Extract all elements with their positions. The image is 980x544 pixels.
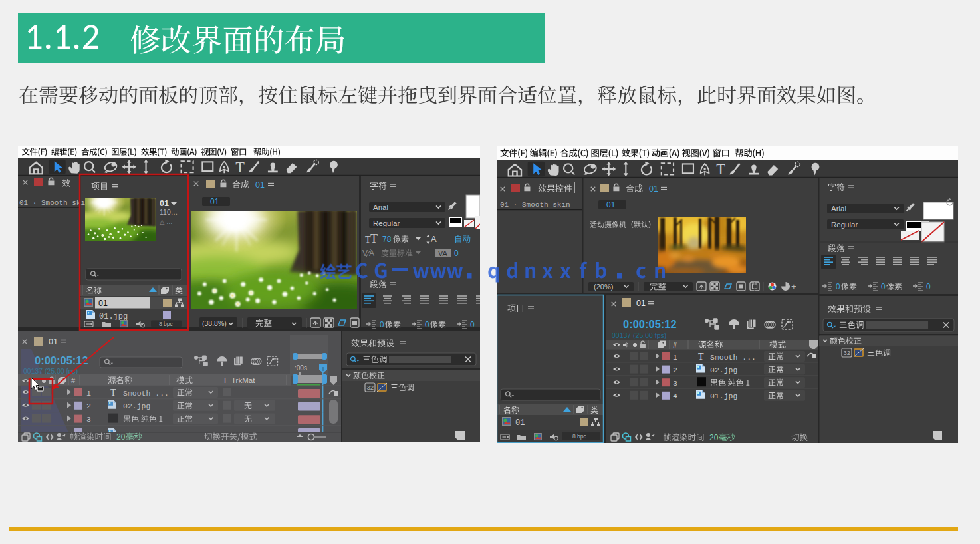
svg-text:3: 3 xyxy=(673,379,677,388)
svg-text:T: T xyxy=(698,352,704,362)
svg-text:A: A xyxy=(431,234,437,244)
svg-text:32: 32 xyxy=(367,384,374,391)
svg-text:20: 20 xyxy=(709,433,719,442)
svg-text:4: 4 xyxy=(673,392,677,400)
svg-text:0: 0 xyxy=(926,282,931,291)
svg-text:01: 01 xyxy=(515,418,525,428)
svg-text:00137 (25.00 fps): 00137 (25.00 fps) xyxy=(612,331,666,339)
svg-text:Arial: Arial xyxy=(831,205,846,213)
svg-text:78: 78 xyxy=(382,235,392,244)
svg-text:0: 0 xyxy=(881,282,886,291)
svg-text:02.jpg: 02.jpg xyxy=(710,366,737,374)
svg-text:Regular: Regular xyxy=(373,219,400,227)
svg-text:8 bpc: 8 bpc xyxy=(159,321,174,327)
svg-text:01: 01 xyxy=(255,180,265,190)
svg-text:32: 32 xyxy=(844,349,851,356)
svg-text:0: 0 xyxy=(380,320,384,329)
svg-text:01: 01 xyxy=(636,299,646,308)
svg-text:Regular: Regular xyxy=(831,221,858,229)
svg-text:01: 01 xyxy=(210,197,219,206)
svg-text:(38.8%): (38.8%) xyxy=(202,319,227,327)
svg-text:0: 0 xyxy=(470,320,475,329)
svg-text:T: T xyxy=(235,159,245,176)
svg-text:Smooth ...: Smooth ... xyxy=(710,353,756,362)
svg-text:01: 01 xyxy=(606,200,616,209)
svg-text:#: # xyxy=(673,341,677,349)
svg-text:0: 0 xyxy=(836,282,840,291)
svg-text:Arial: Arial xyxy=(373,204,388,211)
svg-text:T: T xyxy=(370,232,378,245)
svg-text:0:00:05:12: 0:00:05:12 xyxy=(623,318,677,330)
svg-text:2: 2 xyxy=(673,366,677,374)
svg-text:△ …: △ … xyxy=(160,218,172,225)
svg-text:01.jpg: 01.jpg xyxy=(99,312,128,321)
svg-text:8 bpc: 8 bpc xyxy=(572,433,587,440)
svg-text:01: 01 xyxy=(649,184,658,194)
svg-text:01: 01 xyxy=(160,199,169,208)
svg-text:01.jpg: 01.jpg xyxy=(710,392,737,400)
svg-text:01: 01 xyxy=(98,299,108,308)
svg-text:01 · Smooth skin: 01 · Smooth skin xyxy=(500,201,570,209)
svg-text:0: 0 xyxy=(425,320,429,329)
svg-text:01 · Smooth ski: 01 · Smooth ski xyxy=(19,199,85,207)
svg-text:1: 1 xyxy=(673,353,677,362)
svg-text:T: T xyxy=(716,161,725,178)
svg-text:+: + xyxy=(791,281,796,291)
svg-text:110…: 110… xyxy=(160,208,178,216)
